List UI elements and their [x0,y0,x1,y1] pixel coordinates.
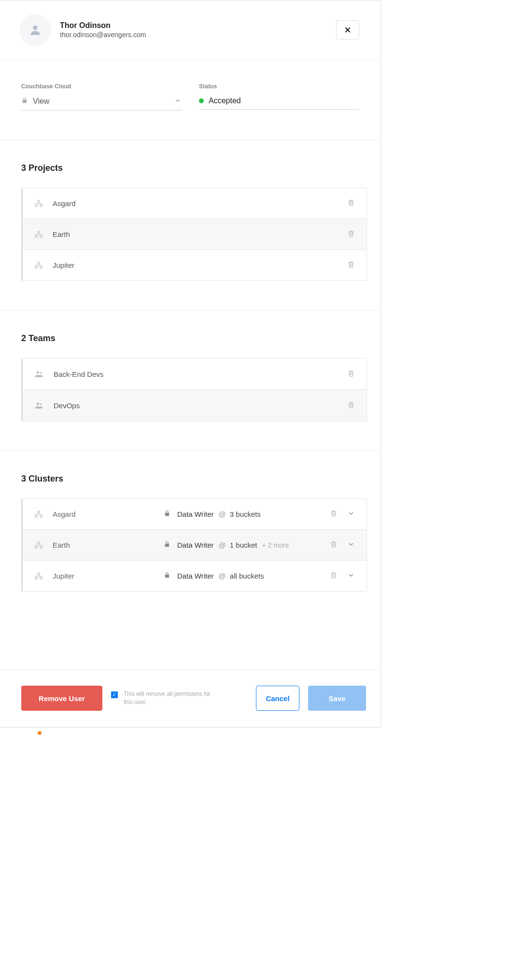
section-title: 3 Clusters [21,474,367,484]
user-info: Thor Odinson thor.odinson@avengers.com [60,21,146,39]
close-button[interactable] [336,20,359,40]
at-symbol: @ [219,541,226,549]
status-value: Accepted [209,97,241,105]
cluster-role: Data Writer [177,510,214,518]
section-projects: 3 Projects AsgardEarthJupiter [0,140,381,310]
project-row[interactable]: Earth [23,219,367,250]
cluster-row[interactable]: JupiterData Writer@all buckets [23,561,367,591]
field-couchbase-cloud: Couchbase Cloud View [21,83,182,110]
user-icon [28,23,42,37]
confirm-remove-wrap: ✓ This will remove all permisions for th… [111,690,212,706]
user-detail-panel: Thor Odinson thor.odinson@avengers.com C… [0,0,381,728]
svg-rect-1 [38,200,40,202]
status-display: Accepted [199,94,359,110]
at-symbol: @ [219,572,226,580]
svg-rect-14 [38,511,40,513]
project-name: Earth [53,230,70,238]
org-icon [34,510,43,519]
user-name: Thor Odinson [60,21,146,30]
project-row[interactable]: Asgard [23,188,367,219]
project-row[interactable]: Jupiter [23,250,367,280]
delete-button[interactable] [347,261,355,270]
org-icon [34,541,43,550]
svg-point-10 [37,371,39,373]
remove-user-button[interactable]: Remove User [21,686,102,711]
field-label: Status [199,83,359,90]
delete-button[interactable] [330,571,338,580]
svg-rect-19 [40,546,42,548]
svg-rect-9 [40,266,42,268]
svg-rect-5 [35,235,38,237]
expand-button[interactable] [347,540,355,550]
cluster-name: Jupiter [53,572,164,580]
org-icon [34,572,43,580]
at-symbol: @ [219,510,226,518]
field-status: Status Accepted [199,83,359,110]
team-row[interactable]: DevOps [23,390,367,421]
delete-button[interactable] [347,370,355,379]
svg-rect-18 [35,546,38,548]
confirm-remove-checkbox[interactable]: ✓ [111,691,118,698]
section-clusters: 3 Clusters AsgardData Writer@3 bucketsEa… [0,451,381,621]
org-icon [34,261,43,270]
svg-rect-15 [35,515,38,517]
svg-rect-6 [40,235,42,237]
delete-button[interactable] [330,510,338,519]
delete-button[interactable] [330,540,338,550]
cluster-more: + 2 more [262,541,289,549]
lock-icon [164,572,170,580]
svg-rect-20 [38,573,40,575]
indicator-dot-icon [38,731,42,735]
lock-icon [164,541,170,549]
cluster-buckets: 1 bucket [230,541,257,549]
teams-list: Back-End DevsDevOps [21,358,367,421]
avatar [19,14,51,46]
field-row: Couchbase Cloud View Status Accepted [0,60,381,140]
section-title: 3 Projects [21,163,367,173]
confirm-remove-text: This will remove all permisions for this… [124,690,212,706]
expand-button[interactable] [347,571,355,580]
team-name: Back-End Devs [54,370,103,378]
field-label: Couchbase Cloud [21,83,182,90]
cluster-role: Data Writer [177,541,214,549]
svg-point-0 [33,26,37,30]
org-icon [34,199,43,208]
svg-point-13 [40,403,42,405]
lock-icon [21,97,28,106]
delete-button[interactable] [347,401,355,410]
section-title: 2 Teams [21,333,367,344]
svg-rect-21 [35,577,38,579]
svg-rect-22 [40,577,42,579]
cloud-value: View [33,97,49,106]
delete-button[interactable] [347,199,355,208]
team-icon [34,400,44,410]
panel-header: Thor Odinson thor.odinson@avengers.com [0,0,381,60]
expand-button[interactable] [347,510,355,519]
team-row[interactable]: Back-End Devs [23,359,367,390]
projects-list: AsgardEarthJupiter [21,188,367,281]
close-icon [344,26,352,34]
svg-rect-16 [40,515,42,517]
svg-rect-4 [38,231,40,233]
save-button[interactable]: Save [308,686,366,711]
cluster-buckets: all buckets [230,572,264,580]
section-teams: 2 Teams Back-End DevsDevOps [0,310,381,451]
cluster-row[interactable]: EarthData Writer@1 bucket+ 2 more [23,530,367,561]
svg-point-12 [37,402,39,405]
clusters-list: AsgardData Writer@3 bucketsEarthData Wri… [21,498,367,592]
team-name: DevOps [54,401,80,410]
cluster-buckets: 3 buckets [230,510,261,518]
status-dot-icon [199,98,204,103]
cluster-row[interactable]: AsgardData Writer@3 buckets [23,499,367,530]
cancel-button[interactable]: Cancel [256,686,299,711]
delete-button[interactable] [347,230,355,239]
panel-footer: Remove User ✓ This will remove all permi… [0,670,381,727]
svg-rect-7 [38,262,40,264]
project-name: Jupiter [53,261,74,269]
chevron-down-icon [174,97,182,106]
svg-rect-2 [35,205,38,207]
project-name: Asgard [53,199,76,207]
lock-icon [164,510,170,518]
org-icon [34,230,43,239]
cloud-select[interactable]: View [21,94,182,110]
